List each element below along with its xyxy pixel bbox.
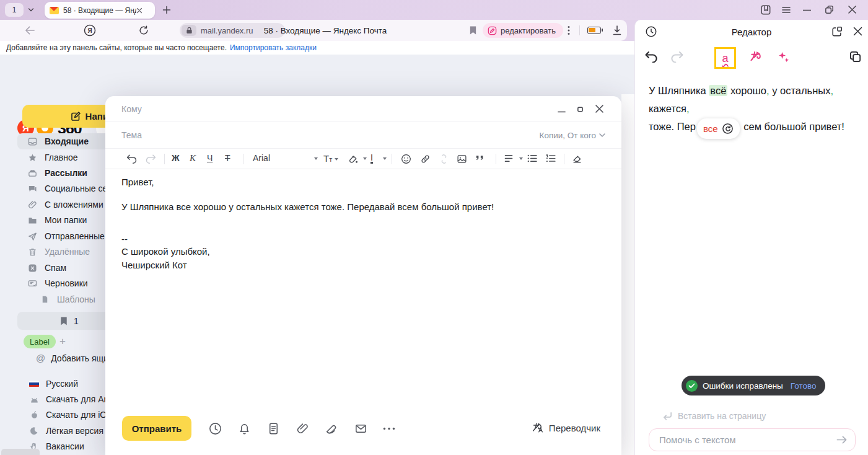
sidebar-item-label: Входящие (45, 136, 89, 146)
undo-icon[interactable] (126, 153, 138, 164)
submit-arrow-icon[interactable] (836, 435, 848, 445)
quote-button[interactable] (475, 154, 486, 163)
link-button[interactable] (420, 154, 431, 164)
translator-icon (532, 422, 544, 434)
emoji-button[interactable] (401, 154, 411, 164)
panels-icon[interactable] (760, 4, 771, 15)
to-field-row[interactable]: Кому (105, 96, 621, 122)
more-actions-icon[interactable] (383, 427, 395, 430)
translator-label: Переводчик (549, 423, 600, 433)
new-tab-icon[interactable] (162, 6, 171, 14)
to-field-label: Кому (121, 104, 142, 114)
redo-icon[interactable] (145, 153, 157, 164)
back-icon[interactable] (25, 25, 35, 35)
yandex-mail-favicon (50, 7, 59, 14)
font-size-select[interactable]: Тт (323, 153, 338, 164)
edit-page-button[interactable]: редактировать (483, 23, 563, 38)
sidebar-item-label: Черновики (45, 278, 88, 288)
template-note-icon[interactable] (266, 422, 281, 436)
spam-icon (27, 263, 38, 273)
yandex-browser-icon[interactable]: Я (84, 24, 96, 37)
template-page-icon (40, 294, 50, 304)
strikethrough-button[interactable]: Т (225, 153, 230, 163)
drafts-icon (27, 278, 38, 289)
label-tag[interactable]: Label (24, 335, 56, 348)
ai-prompt-input[interactable] (659, 429, 826, 450)
restore-window-icon[interactable] (824, 4, 835, 15)
subject-field-row[interactable]: Тема Копии, От кого (105, 122, 621, 149)
bold-button[interactable]: Ж (172, 153, 180, 163)
text-color-caret[interactable] (383, 157, 387, 160)
close-window-icon[interactable] (848, 5, 857, 14)
formatting-toolbar: Ж К Ч Т Arial Тт I (105, 149, 621, 169)
font-family-caret[interactable] (314, 157, 318, 160)
original-word-popover[interactable]: все (697, 118, 740, 139)
schedule-send-icon[interactable] (208, 422, 222, 436)
attach-mail-icon[interactable] (354, 422, 368, 436)
insert-image-button[interactable] (457, 154, 467, 164)
send-button[interactable]: Отправить (122, 416, 191, 441)
minimize-window-icon[interactable] (803, 9, 811, 11)
align-button[interactable] (504, 154, 514, 162)
insert-to-page-button[interactable]: Вставить на страницу (662, 411, 766, 421)
corrected-text[interactable]: У Шляпника всё хорошо, у остальных, каже… (649, 82, 859, 139)
refresh-icon[interactable] (138, 25, 149, 36)
underline-button[interactable]: Ч (207, 153, 213, 163)
fill-color-caret[interactable] (363, 157, 367, 160)
compose-pencil-icon (71, 112, 81, 121)
rewrite-tool-icon[interactable] (749, 50, 763, 64)
revert-correction-icon[interactable] (722, 123, 734, 135)
folder-icon (27, 215, 38, 226)
battery-icon[interactable] (587, 27, 601, 34)
spellcheck-tool-selected[interactable]: a (714, 47, 736, 69)
open-in-window-icon[interactable] (831, 25, 843, 38)
message-body[interactable]: Привет, У Шляпника все хорошо у остальны… (105, 169, 621, 272)
footer-link-label: Вакансии (46, 441, 84, 451)
editor-undo-icon[interactable] (644, 50, 659, 63)
numbered-list-button[interactable] (546, 154, 556, 162)
more-options-icon[interactable] (568, 25, 570, 35)
font-family-select[interactable]: Arial (253, 153, 270, 163)
copy-text-icon[interactable] (848, 50, 862, 64)
chevron-down-icon (599, 133, 605, 138)
bullet-list-button[interactable] (527, 154, 537, 162)
editor-redo-icon[interactable] (670, 50, 685, 63)
toast-done-button[interactable]: Готово (791, 381, 817, 391)
chevron-down-icon[interactable] (28, 7, 34, 12)
eraser-button[interactable] (572, 154, 582, 164)
menu-icon[interactable] (781, 5, 791, 15)
sidebar-item-label: Главное (45, 152, 78, 162)
translator-button[interactable]: Переводчик (532, 422, 600, 434)
ai-prompt-field[interactable] (649, 428, 856, 451)
attach-file-icon[interactable] (296, 422, 310, 436)
ai-improve-sparkles-icon[interactable] (776, 50, 791, 64)
trash-icon (27, 247, 38, 257)
reminder-bell-icon[interactable] (237, 422, 252, 436)
italic-button[interactable]: К (190, 153, 196, 164)
text-color-button[interactable]: I (370, 153, 373, 164)
corrected-word[interactable]: всё (709, 85, 727, 96)
bookmark-icon[interactable] (469, 25, 477, 35)
close-tab-icon[interactable] (136, 7, 142, 14)
lock-icon[interactable] (182, 25, 196, 36)
expand-compose-icon[interactable] (577, 105, 584, 113)
downloads-icon[interactable] (612, 25, 622, 36)
cc-from-toggle[interactable]: Копии, От кого (540, 131, 605, 140)
unlink-button[interactable] (439, 154, 449, 164)
align-caret[interactable] (519, 157, 523, 160)
added-comma[interactable]: , (686, 103, 690, 114)
add-label-button[interactable]: + (59, 335, 66, 348)
close-compose-icon[interactable] (595, 104, 604, 113)
toast-message: Ошибки исправлены (703, 381, 783, 391)
fill-color-button[interactable] (348, 154, 358, 164)
tab-group-counter[interactable]: 1 (5, 3, 24, 17)
sidebar-item-label: Спам (45, 263, 66, 273)
added-comma[interactable]: , (830, 85, 833, 96)
browser-tab[interactable]: 58 · Входящие — Яндек (45, 2, 155, 19)
attach-from-disk-icon[interactable] (325, 422, 339, 436)
close-panel-icon[interactable] (853, 26, 863, 37)
add-mailbox-button[interactable]: @ Добавить ящик (36, 353, 112, 363)
import-bookmarks-link[interactable]: Импортировать закладки (230, 43, 317, 52)
minimize-compose-icon[interactable] (558, 105, 566, 113)
yandex-browser-window: 1 58 · Входящие — Яндек Я (0, 0, 868, 455)
